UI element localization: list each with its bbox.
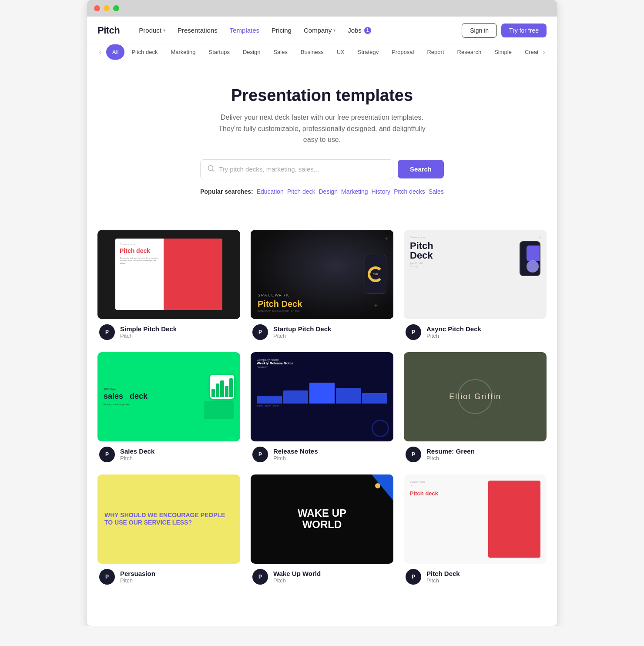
nav-item-company[interactable]: Company ▾ (299, 23, 341, 37)
card-meta-startup-pitch-deck: P Startup Pitch Deck Pitch (251, 319, 393, 342)
popular-searches: Popular searches: Education Pitch deck D… (97, 188, 547, 195)
pitch-avatar: P (99, 324, 115, 340)
template-card-pitch-deck-light[interactable]: Company name ⌃ Pitch deck P Pitch Deck P… (404, 474, 547, 586)
filter-next-arrow[interactable]: › (538, 46, 550, 58)
template-card-simple-pitch-deck[interactable]: Company name Pitch deck The opening slid… (97, 230, 240, 342)
search-input-wrap (200, 159, 393, 179)
filter-tag-report[interactable]: Report (421, 44, 450, 60)
card-meta-sales-deck: P Sales Deck Pitch (97, 441, 240, 464)
filter-tag-design[interactable]: Design (237, 44, 266, 60)
template-thumbnail-release-notes: Company Name Weekly Release Notes DD/MM/… (251, 352, 393, 441)
card-author: Pitch (120, 333, 177, 339)
template-thumbnail-simple-pitch-deck: Company name Pitch deck The opening slid… (97, 230, 240, 319)
card-meta-resume-green: P Resume: Green Pitch (404, 441, 547, 464)
nav-actions: Sign in Try for free (462, 23, 547, 38)
template-card-async-pitch-deck[interactable]: Company name ⊕ PitchDeck April 20, 2022 … (404, 230, 547, 342)
template-thumbnail-wake-up-world: WAKE UPWORLD (251, 474, 393, 564)
template-card-sales-deck[interactable]: yourlogo. sales deck New app made for yo… (97, 352, 240, 464)
nav-logo[interactable]: Pitch (97, 25, 120, 36)
card-title: Async Pitch Deck (426, 325, 481, 333)
card-meta-persuasion: P Persuasion Pitch (97, 564, 240, 586)
pitch-avatar: P (406, 447, 421, 462)
nav-item-jobs[interactable]: Jobs 1 (342, 23, 376, 37)
template-card-release-notes[interactable]: Company Name Weekly Release Notes DD/MM/… (251, 352, 393, 464)
nav-item-product[interactable]: Product ▾ (134, 23, 171, 37)
card-author: Pitch (273, 333, 331, 339)
pitch-avatar: P (406, 569, 421, 585)
template-card-startup-pitch-deck[interactable]: SPACEW▸RK Pitch Deck MAKE WORK IN SPACE … (251, 230, 393, 342)
browser-dot-maximize[interactable] (113, 5, 119, 11)
card-title: Pitch Deck (426, 570, 460, 577)
template-card-wake-up-world[interactable]: WAKE UPWORLD P Wake Up World Pitch (251, 474, 393, 586)
card-meta-pitch-deck-light: P Pitch Deck Pitch (404, 564, 547, 586)
template-card-resume-green[interactable]: Elliot Griffin P Resume: Green Pitch (404, 352, 547, 464)
card-author: Pitch (426, 455, 475, 461)
browser-titlebar (87, 0, 557, 17)
search-input[interactable] (219, 165, 386, 173)
hero-section: Presentation templates Deliver your next… (87, 60, 557, 212)
search-button[interactable]: Search (398, 160, 444, 178)
pitch-avatar: P (99, 569, 115, 585)
popular-link-pitchdecks[interactable]: Pitch decks (394, 188, 425, 195)
card-title: Wake Up World (273, 570, 321, 577)
filter-tag-proposal[interactable]: Proposal (386, 44, 420, 60)
popular-link-marketing[interactable]: Marketing (341, 188, 368, 195)
filter-tag-startups[interactable]: Startups (203, 44, 236, 60)
nav-item-presentations[interactable]: Presentations (172, 23, 223, 37)
card-meta-async-pitch-deck: P Async Pitch Deck Pitch (404, 319, 547, 342)
pitch-avatar: P (406, 324, 421, 340)
card-author: Pitch (426, 577, 460, 584)
pitch-avatar: P (252, 447, 268, 462)
card-title: Sales Deck (120, 447, 154, 455)
filter-tag-pitchdeck[interactable]: Pitch deck (125, 44, 164, 60)
browser-window: Pitch Product ▾ Presentations Templates … (87, 0, 557, 626)
card-title: Resume: Green (426, 447, 475, 455)
filter-prev-arrow[interactable]: ‹ (94, 46, 106, 58)
navbar: Pitch Product ▾ Presentations Templates … (87, 17, 557, 44)
card-author: Pitch (273, 577, 321, 584)
popular-link-design[interactable]: Design (319, 188, 338, 195)
page-content: Pitch Product ▾ Presentations Templates … (87, 17, 557, 626)
browser-dot-minimize[interactable] (104, 5, 110, 11)
pitch-avatar: P (252, 569, 268, 585)
signin-button[interactable]: Sign in (462, 23, 497, 38)
svg-line-1 (212, 170, 214, 172)
template-thumbnail-async-pitch-deck: Company name ⊕ PitchDeck April 20, 2022 … (404, 230, 547, 319)
filter-tag-research[interactable]: Research (451, 44, 488, 60)
browser-dot-close[interactable] (94, 5, 100, 11)
nav-item-templates[interactable]: Templates (225, 23, 265, 37)
try-button[interactable]: Try for free (501, 24, 547, 37)
card-title: Persuasion (120, 570, 155, 577)
template-thumbnail-pitch-deck-light: Company name ⌃ Pitch deck (404, 474, 547, 564)
card-author: Pitch (273, 455, 318, 461)
template-thumbnail-persuasion: WHY SHOULD WE ENCOURAGE PEOPLE TO USE OU… (97, 474, 240, 564)
card-author: Pitch (120, 455, 154, 461)
filter-tag-sales[interactable]: Sales (267, 44, 294, 60)
filter-tag-all[interactable]: All (106, 44, 124, 60)
search-bar: Search (200, 159, 444, 179)
nav-item-pricing[interactable]: Pricing (266, 23, 297, 37)
popular-searches-label: Popular searches: (200, 188, 253, 195)
card-meta-simple-pitch-deck: P Simple Pitch Deck Pitch (97, 319, 240, 342)
filter-tag-creative[interactable]: Creative (519, 44, 538, 60)
card-title: Release Notes (273, 447, 318, 455)
filter-tag-marketing[interactable]: Marketing (164, 44, 201, 60)
card-title: Startup Pitch Deck (273, 325, 331, 333)
template-thumbnail-resume-green: Elliot Griffin (404, 352, 547, 441)
popular-link-history[interactable]: History (372, 188, 391, 195)
popular-link-sales[interactable]: Sales (429, 188, 444, 195)
filter-tag-strategy[interactable]: Strategy (352, 44, 385, 60)
card-meta-wake-up-world: P Wake Up World Pitch (251, 564, 393, 586)
jobs-badge: 1 (364, 27, 371, 34)
template-thumbnail-sales-deck: yourlogo. sales deck New app made for yo… (97, 352, 240, 441)
popular-link-pitchdeck[interactable]: Pitch deck (287, 188, 315, 195)
template-grid: Company name Pitch deck The opening slid… (87, 212, 557, 604)
template-card-persuasion[interactable]: WHY SHOULD WE ENCOURAGE PEOPLE TO USE OU… (97, 474, 240, 586)
filter-tag-simple[interactable]: Simple (488, 44, 518, 60)
search-icon (208, 165, 215, 174)
popular-link-education[interactable]: Education (257, 188, 284, 195)
filter-tag-ux[interactable]: UX (331, 44, 351, 60)
filter-tag-business[interactable]: Business (295, 44, 330, 60)
card-meta-release-notes: P Release Notes Pitch (251, 441, 393, 464)
pitch-avatar: P (252, 324, 268, 340)
